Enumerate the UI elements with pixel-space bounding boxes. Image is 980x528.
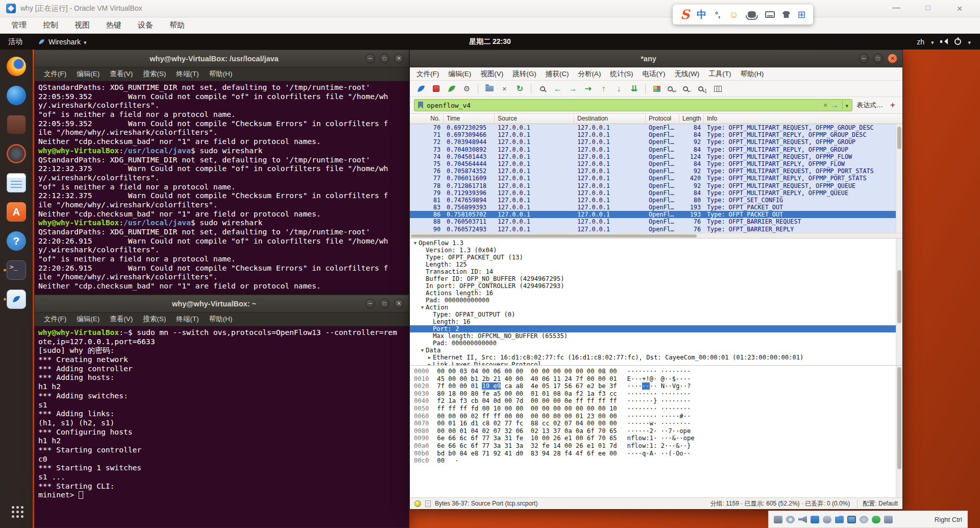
maximize-button[interactable] — [873, 54, 883, 63]
dock-item-firefox[interactable] — [3, 56, 30, 77]
expert-info-icon[interactable] — [414, 500, 421, 507]
terminal-menu-item-2[interactable]: 查看(V) — [105, 69, 138, 79]
dock-item-rhythmbox[interactable] — [3, 143, 30, 164]
terminal-menu-item-4[interactable]: 终端(T) — [171, 315, 204, 324]
zoom-in-icon[interactable]: + — [665, 83, 679, 95]
terminal1-titlebar[interactable]: why@why-VirtualBox: /usr/local/java — [35, 50, 409, 67]
dock-item-files[interactable] — [3, 114, 30, 135]
terminal-menu-item-3[interactable]: 搜索(S) — [138, 69, 171, 79]
packet-row[interactable]: 760.705874352127.0.0.1127.0.0.1OpenFl…92… — [410, 167, 896, 175]
detail-row[interactable]: ▼Action — [410, 304, 896, 311]
vb-menu-item-3[interactable]: 热键 — [98, 18, 130, 32]
find-packet-icon[interactable] — [535, 83, 549, 95]
scrollbar-thumb[interactable] — [897, 367, 901, 469]
detail-row[interactable]: Length: 125 — [410, 261, 896, 268]
add-filter-button[interactable]: + — [887, 100, 898, 110]
detail-row[interactable]: Port: 2 — [410, 325, 896, 332]
close-button[interactable] — [394, 54, 404, 63]
packet-row[interactable]: 750.704564444127.0.0.1127.0.0.1OpenFl…84… — [410, 160, 896, 167]
capture-comment-icon[interactable] — [425, 500, 431, 507]
collapse-icon[interactable]: ▼ — [419, 347, 426, 354]
profile-status[interactable]: 配置: Default — [857, 499, 898, 508]
detail-row[interactable]: Max length: OFPCML_NO_BUFFER (65535) — [410, 332, 896, 340]
recording-icon[interactable] — [860, 516, 868, 523]
vb-menu-item-4[interactable]: 设备 — [130, 18, 161, 32]
app-menu[interactable]: Wireshark — [31, 38, 94, 46]
punctuation-icon[interactable] — [714, 9, 722, 20]
terminal-menu-item-0[interactable]: 文件(F) — [39, 69, 71, 79]
show-applications-button[interactable] — [6, 500, 27, 521]
vb-menu-item-1[interactable]: 控制 — [35, 18, 66, 32]
usb-icon[interactable] — [823, 516, 831, 523]
wireshark-titlebar[interactable]: *any — [410, 50, 902, 67]
packet-row[interactable]: 700.697230295127.0.0.1127.0.0.1OpenFl…84… — [410, 124, 896, 131]
hex-row[interactable]: 0040f2 1a f3 cb 04 0d 00 7d 00 00 00 0e … — [414, 397, 896, 405]
detail-row[interactable]: Pad: 000000000000 — [410, 340, 896, 347]
display-filter-input[interactable] — [427, 102, 820, 109]
detail-row[interactable]: ▼Data — [410, 347, 896, 354]
audio-icon[interactable] — [798, 516, 807, 523]
wireshark-menu-item-10[interactable]: 帮助(H) — [736, 69, 768, 79]
go-to-first-packet-icon[interactable]: ↑ — [597, 83, 610, 95]
zoom-original-icon[interactable]: 1 — [696, 83, 709, 95]
wireshark-menu-item-8[interactable]: 无线(W) — [670, 69, 704, 79]
packet-row[interactable]: 810.747659894127.0.0.1127.0.0.1OpenFl…80… — [410, 197, 896, 204]
open-capture-file-icon[interactable] — [482, 83, 496, 95]
terminal1-output[interactable]: QStandardPaths: XDG_RUNTIME_DIR not set,… — [35, 81, 409, 294]
wireshark-menu-item-5[interactable]: 分析(A) — [574, 69, 606, 79]
filter-dropdown-icon[interactable] — [842, 101, 849, 110]
dock-item-libreoffice-writer[interactable] — [3, 173, 30, 193]
hex-row[interactable]: 001045 00 00 b1 2b 21 40 00 40 06 11 24 … — [414, 375, 896, 383]
hex-row[interactable]: 000000 00 03 04 00 06 00 00 00 00 00 00 … — [414, 368, 896, 375]
zoom-out-icon[interactable]: − — [680, 83, 694, 95]
terminal2-output[interactable]: why@why-VirtualBox:~$ sudo mn --switch o… — [35, 326, 409, 527]
details-scrollbar[interactable] — [896, 238, 902, 365]
dock-item-wireshark[interactable] — [3, 289, 30, 309]
resize-columns-icon[interactable] — [711, 83, 725, 95]
network-icon[interactable] — [811, 516, 819, 523]
hex-row[interactable]: 003080 18 00 80 fe a5 00 00 01 01 08 0a … — [414, 390, 896, 398]
hex-row[interactable]: 0050ff ff ff fd 00 10 00 00 00 00 00 00 … — [414, 405, 896, 413]
wireshark-menu-item-7[interactable]: 电话(Y) — [638, 69, 670, 79]
sogou-logo-icon[interactable]: S — [680, 8, 690, 21]
clock[interactable]: 星期二 22:30 — [469, 37, 511, 46]
column-header-time[interactable]: Time — [444, 114, 495, 124]
detail-row[interactable]: Version: 1.3 (0x04) — [410, 247, 896, 254]
terminal-menu-item-0[interactable]: 文件(F) — [39, 315, 71, 324]
column-header-source[interactable]: Source — [495, 114, 574, 124]
column-header-destination[interactable]: Destination — [574, 114, 646, 124]
maximize-button[interactable] — [380, 54, 389, 63]
terminal-menu-item-5[interactable]: 帮助(H) — [204, 315, 238, 324]
expand-icon[interactable]: ▶ — [426, 354, 433, 361]
column-header-protocol[interactable]: Protocol — [646, 114, 679, 124]
go-to-last-packet-icon[interactable]: ↓ — [612, 83, 626, 95]
optical-drives-icon[interactable] — [786, 516, 795, 523]
go-to-packet-icon[interactable]: ⇢ — [581, 83, 595, 95]
detail-row[interactable]: Pad: 000000000000 — [410, 297, 896, 304]
shared-folders-icon[interactable] — [835, 516, 844, 523]
packet-row[interactable]: 900.760572493127.0.0.1127.0.0.1OpenFl…76… — [410, 226, 896, 233]
bytes-scrollbar[interactable] — [896, 366, 902, 497]
packet-list-scrollbar[interactable] — [896, 124, 902, 233]
expand-icon[interactable]: ▶ — [426, 361, 433, 365]
microphone-icon[interactable] — [748, 11, 756, 18]
wireshark-menu-item-1[interactable]: 编辑(E) — [444, 69, 476, 79]
wireshark-menu-item-9[interactable]: 工具(T) — [704, 69, 736, 79]
close-button[interactable] — [394, 299, 404, 308]
dock-item-help[interactable] — [3, 231, 30, 251]
capture-start-icon[interactable] — [414, 83, 428, 95]
packet-row[interactable]: 720.703948944127.0.0.1127.0.0.1OpenFl…92… — [410, 138, 896, 146]
display-icon[interactable] — [847, 516, 856, 523]
keyboard-capture-icon[interactable] — [884, 516, 893, 523]
minimize-button[interactable] — [365, 299, 375, 308]
detail-row[interactable]: ▶Link Layer Discovery Protocol — [410, 361, 896, 365]
detail-row[interactable]: Actions length: 16 — [410, 290, 896, 297]
wireshark-menu-item-4[interactable]: 捕获(C) — [541, 69, 574, 79]
hex-row[interactable]: 00b0bd b0 84 e8 71 92 41 d0 83 94 28 f4 … — [414, 450, 896, 458]
maximize-button[interactable] — [380, 299, 389, 308]
wireshark-menu-item-2[interactable]: 视图(V) — [476, 69, 508, 79]
hex-row[interactable]: 006000 00 00 02 ff ff 00 00 00 00 00 00 … — [414, 413, 896, 420]
detail-row[interactable]: Transaction ID: 14 — [410, 268, 896, 275]
detail-row[interactable]: Buffer ID: OFP_NO_BUFFER (4294967295) — [410, 275, 896, 282]
column-header-info[interactable]: Info — [704, 114, 896, 124]
